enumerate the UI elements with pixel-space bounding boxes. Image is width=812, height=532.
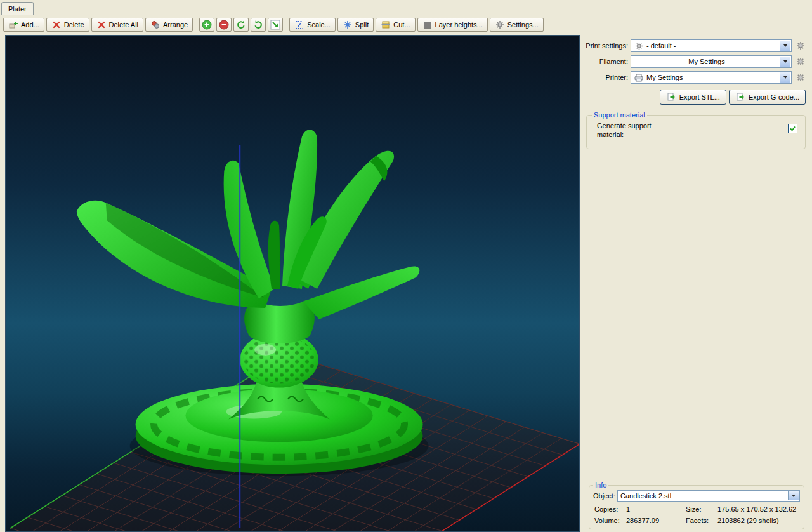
- cut-button[interactable]: Cut...: [376, 18, 415, 32]
- gear-icon: [634, 41, 644, 51]
- add-button[interactable]: Add...: [3, 18, 44, 32]
- filament-gear-button[interactable]: [794, 55, 807, 68]
- scene-3d: [6, 36, 579, 531]
- model-leaves: [77, 130, 419, 319]
- settings-button[interactable]: Settings...: [490, 18, 544, 32]
- plus-circle-icon: [202, 20, 212, 30]
- scale-button[interactable]: Scale...: [289, 18, 336, 32]
- export-gcode-icon: [735, 92, 745, 102]
- add-label: Add...: [21, 21, 39, 29]
- printer-value: My Settings: [646, 74, 683, 81]
- generate-support-label: Generate support material:: [597, 122, 670, 140]
- viewport-3d[interactable]: [5, 35, 580, 532]
- filament-value: My Settings: [688, 58, 724, 65]
- rotate-ccw-button[interactable]: [233, 18, 249, 32]
- slic3r-window: Plater Add... Delete Delete All Arrange: [0, 0, 812, 532]
- print-settings-select[interactable]: - default -: [631, 39, 792, 52]
- arrange-label: Arrange: [163, 21, 188, 29]
- filament-select[interactable]: My Settings: [631, 55, 792, 68]
- diagonal-arrow-icon: [270, 20, 280, 30]
- delete-all-icon: [96, 20, 107, 30]
- generate-support-checkbox[interactable]: [788, 124, 797, 133]
- delete-icon: [51, 20, 62, 30]
- info-group: Info Object: Candlestick 2.stl Copies: 1…: [589, 481, 804, 529]
- arrange-icon: [150, 20, 160, 30]
- size-value: 175.65 x 170.52 x 132.62: [717, 505, 800, 513]
- layer-heights-button[interactable]: Layer heights...: [417, 18, 488, 32]
- check-icon: [789, 125, 796, 132]
- printer-icon: [634, 72, 644, 83]
- delete-button[interactable]: Delete: [46, 18, 89, 32]
- delete-all-label: Delete All: [109, 21, 138, 29]
- layer-heights-icon: [422, 20, 433, 30]
- printer-label: Printer:: [584, 74, 628, 81]
- rotate-ccw-icon: [236, 20, 246, 30]
- info-title: Info: [593, 481, 608, 489]
- delete-label: Delete: [64, 21, 84, 29]
- volume-value: 286377.09: [626, 517, 683, 524]
- tab-plater[interactable]: Plater: [1, 2, 34, 15]
- support-material-group: Support material Generate support materi…: [586, 111, 806, 149]
- facets-value: 2103862 (29 shells): [717, 517, 800, 524]
- dropdown-arrow-button[interactable]: [780, 57, 790, 67]
- rotate-free-button[interactable]: [268, 18, 283, 32]
- export-gcode-label: Export G-code...: [749, 93, 799, 101]
- object-select[interactable]: Candlestick 2.stl: [617, 490, 800, 502]
- toolbar: Add... Delete Delete All Arrange: [0, 15, 812, 34]
- facets-label: Facets:: [686, 517, 715, 524]
- cut-icon: [381, 20, 391, 30]
- export-stl-icon: [666, 92, 676, 102]
- printer-select[interactable]: My Settings: [631, 71, 792, 84]
- print-settings-value: - default -: [646, 42, 676, 50]
- decrease-copies-button[interactable]: [216, 18, 232, 32]
- split-icon: [343, 20, 353, 30]
- split-label: Split: [355, 21, 369, 29]
- rotate-cw-icon: [253, 20, 263, 30]
- dropdown-arrow-button[interactable]: [788, 491, 799, 500]
- minus-circle-icon: [219, 20, 229, 30]
- split-button[interactable]: Split: [337, 18, 374, 32]
- object-value: Candlestick 2.stl: [620, 492, 671, 500]
- copies-label: Copies:: [594, 505, 624, 513]
- settings-label: Settings...: [508, 21, 539, 29]
- scale-label: Scale...: [307, 21, 331, 29]
- volume-label: Volume:: [594, 517, 624, 524]
- sidebar: Print settings: - default - Filament: My…: [584, 35, 812, 532]
- increase-copies-button[interactable]: [199, 18, 214, 32]
- export-gcode-button[interactable]: Export G-code...: [729, 90, 806, 105]
- size-label: Size:: [686, 505, 715, 513]
- model-candlestick[interactable]: [77, 130, 429, 476]
- rotate-cw-button[interactable]: [251, 18, 266, 32]
- support-material-title: Support material: [592, 111, 647, 119]
- delete-all-button[interactable]: Delete All: [91, 18, 143, 32]
- object-label: Object:: [593, 492, 617, 500]
- copies-value: 1: [626, 505, 683, 513]
- dropdown-arrow-button[interactable]: [780, 72, 790, 83]
- printer-gear-button[interactable]: [794, 71, 807, 84]
- export-stl-label: Export STL...: [679, 93, 720, 101]
- layer-heights-label: Layer heights...: [435, 21, 483, 29]
- print-settings-label: Print settings:: [584, 42, 628, 50]
- arrange-button[interactable]: Arrange: [145, 18, 193, 32]
- print-settings-gear-button[interactable]: [794, 39, 807, 52]
- filament-label: Filament:: [584, 58, 628, 65]
- add-icon: [8, 20, 18, 30]
- gear-icon: [495, 20, 505, 30]
- cut-label: Cut...: [393, 21, 410, 29]
- scale-icon: [294, 20, 304, 30]
- export-stl-button[interactable]: Export STL...: [660, 90, 726, 105]
- tab-bar: Plater: [0, 0, 812, 15]
- dropdown-arrow-button[interactable]: [780, 41, 790, 51]
